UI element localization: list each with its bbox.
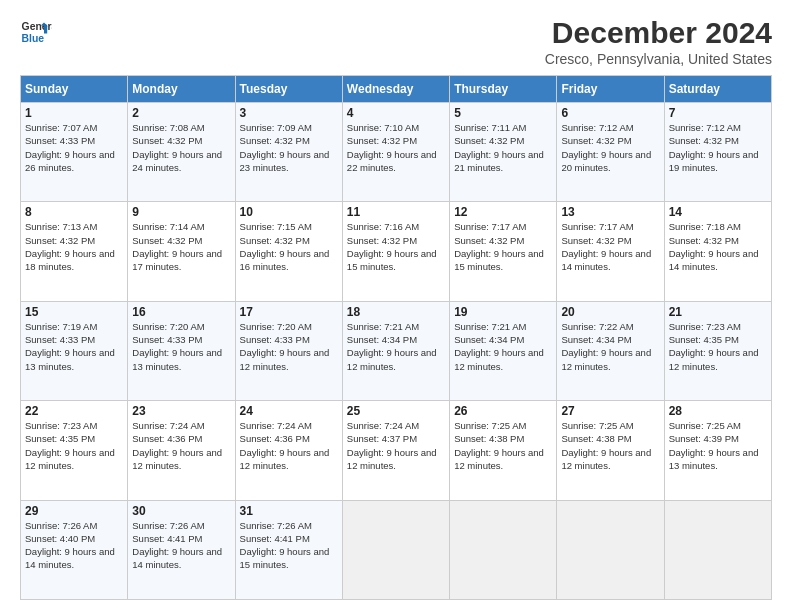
daylight-text: Daylight: 9 hours and 12 minutes. [240, 347, 330, 371]
day-info: Sunrise: 7:08 AMSunset: 4:32 PMDaylight:… [132, 121, 230, 174]
sunrise-text: Sunrise: 7:18 AM [669, 221, 741, 232]
day-number: 5 [454, 106, 552, 120]
sunrise-text: Sunrise: 7:11 AM [454, 122, 526, 133]
daylight-text: Daylight: 9 hours and 18 minutes. [25, 248, 115, 272]
daylight-text: Daylight: 9 hours and 24 minutes. [132, 149, 222, 173]
sunset-text: Sunset: 4:34 PM [454, 334, 524, 345]
day-number: 7 [669, 106, 767, 120]
sunset-text: Sunset: 4:32 PM [454, 135, 524, 146]
sunset-text: Sunset: 4:39 PM [669, 433, 739, 444]
calendar-cell: 8Sunrise: 7:13 AMSunset: 4:32 PMDaylight… [21, 202, 128, 301]
calendar-cell: 25Sunrise: 7:24 AMSunset: 4:37 PMDayligh… [342, 401, 449, 500]
daylight-text: Daylight: 9 hours and 12 minutes. [240, 447, 330, 471]
sunset-text: Sunset: 4:38 PM [454, 433, 524, 444]
week-row-1: 1Sunrise: 7:07 AMSunset: 4:33 PMDaylight… [21, 103, 772, 202]
sunset-text: Sunset: 4:33 PM [25, 334, 95, 345]
page: General Blue December 2024 Cresco, Penns… [0, 0, 792, 612]
day-number: 13 [561, 205, 659, 219]
sunset-text: Sunset: 4:32 PM [240, 135, 310, 146]
sunset-text: Sunset: 4:34 PM [561, 334, 631, 345]
col-thursday: Thursday [450, 76, 557, 103]
calendar-cell: 23Sunrise: 7:24 AMSunset: 4:36 PMDayligh… [128, 401, 235, 500]
sunrise-text: Sunrise: 7:13 AM [25, 221, 97, 232]
day-info: Sunrise: 7:25 AMSunset: 4:38 PMDaylight:… [454, 419, 552, 472]
daylight-text: Daylight: 9 hours and 20 minutes. [561, 149, 651, 173]
calendar-cell: 24Sunrise: 7:24 AMSunset: 4:36 PMDayligh… [235, 401, 342, 500]
sunrise-text: Sunrise: 7:12 AM [669, 122, 741, 133]
day-info: Sunrise: 7:26 AMSunset: 4:41 PMDaylight:… [132, 519, 230, 572]
main-title: December 2024 [545, 16, 772, 49]
day-info: Sunrise: 7:19 AMSunset: 4:33 PMDaylight:… [25, 320, 123, 373]
day-number: 14 [669, 205, 767, 219]
sunrise-text: Sunrise: 7:17 AM [561, 221, 633, 232]
sunrise-text: Sunrise: 7:24 AM [347, 420, 419, 431]
sunset-text: Sunset: 4:32 PM [454, 235, 524, 246]
sunrise-text: Sunrise: 7:24 AM [240, 420, 312, 431]
sunrise-text: Sunrise: 7:21 AM [347, 321, 419, 332]
col-monday: Monday [128, 76, 235, 103]
daylight-text: Daylight: 9 hours and 14 minutes. [669, 248, 759, 272]
calendar-cell: 10Sunrise: 7:15 AMSunset: 4:32 PMDayligh… [235, 202, 342, 301]
calendar-cell: 2Sunrise: 7:08 AMSunset: 4:32 PMDaylight… [128, 103, 235, 202]
sunset-text: Sunset: 4:32 PM [25, 235, 95, 246]
sunset-text: Sunset: 4:37 PM [347, 433, 417, 444]
sunset-text: Sunset: 4:36 PM [132, 433, 202, 444]
day-info: Sunrise: 7:23 AMSunset: 4:35 PMDaylight:… [25, 419, 123, 472]
calendar-cell: 3Sunrise: 7:09 AMSunset: 4:32 PMDaylight… [235, 103, 342, 202]
header: General Blue December 2024 Cresco, Penns… [20, 16, 772, 67]
day-number: 27 [561, 404, 659, 418]
sunset-text: Sunset: 4:32 PM [561, 235, 631, 246]
sunrise-text: Sunrise: 7:08 AM [132, 122, 204, 133]
week-row-2: 8Sunrise: 7:13 AMSunset: 4:32 PMDaylight… [21, 202, 772, 301]
sunset-text: Sunset: 4:38 PM [561, 433, 631, 444]
daylight-text: Daylight: 9 hours and 13 minutes. [25, 347, 115, 371]
day-info: Sunrise: 7:20 AMSunset: 4:33 PMDaylight:… [132, 320, 230, 373]
sunrise-text: Sunrise: 7:14 AM [132, 221, 204, 232]
col-wednesday: Wednesday [342, 76, 449, 103]
col-tuesday: Tuesday [235, 76, 342, 103]
day-number: 6 [561, 106, 659, 120]
day-info: Sunrise: 7:24 AMSunset: 4:37 PMDaylight:… [347, 419, 445, 472]
day-number: 3 [240, 106, 338, 120]
week-row-4: 22Sunrise: 7:23 AMSunset: 4:35 PMDayligh… [21, 401, 772, 500]
sunrise-text: Sunrise: 7:23 AM [25, 420, 97, 431]
day-number: 28 [669, 404, 767, 418]
day-number: 12 [454, 205, 552, 219]
day-number: 10 [240, 205, 338, 219]
day-number: 24 [240, 404, 338, 418]
day-number: 11 [347, 205, 445, 219]
sunset-text: Sunset: 4:32 PM [347, 235, 417, 246]
day-info: Sunrise: 7:20 AMSunset: 4:33 PMDaylight:… [240, 320, 338, 373]
daylight-text: Daylight: 9 hours and 13 minutes. [132, 347, 222, 371]
sunrise-text: Sunrise: 7:26 AM [25, 520, 97, 531]
sunset-text: Sunset: 4:32 PM [132, 235, 202, 246]
day-info: Sunrise: 7:13 AMSunset: 4:32 PMDaylight:… [25, 220, 123, 273]
sunset-text: Sunset: 4:32 PM [669, 135, 739, 146]
day-number: 23 [132, 404, 230, 418]
col-friday: Friday [557, 76, 664, 103]
daylight-text: Daylight: 9 hours and 14 minutes. [561, 248, 651, 272]
daylight-text: Daylight: 9 hours and 12 minutes. [347, 347, 437, 371]
day-info: Sunrise: 7:18 AMSunset: 4:32 PMDaylight:… [669, 220, 767, 273]
calendar-cell: 5Sunrise: 7:11 AMSunset: 4:32 PMDaylight… [450, 103, 557, 202]
sunset-text: Sunset: 4:35 PM [669, 334, 739, 345]
calendar-header-row: Sunday Monday Tuesday Wednesday Thursday… [21, 76, 772, 103]
day-info: Sunrise: 7:25 AMSunset: 4:39 PMDaylight:… [669, 419, 767, 472]
title-block: December 2024 Cresco, Pennsylvania, Unit… [545, 16, 772, 67]
day-number: 1 [25, 106, 123, 120]
sunset-text: Sunset: 4:34 PM [347, 334, 417, 345]
daylight-text: Daylight: 9 hours and 15 minutes. [240, 546, 330, 570]
calendar-cell: 19Sunrise: 7:21 AMSunset: 4:34 PMDayligh… [450, 301, 557, 400]
sunrise-text: Sunrise: 7:15 AM [240, 221, 312, 232]
calendar-cell: 9Sunrise: 7:14 AMSunset: 4:32 PMDaylight… [128, 202, 235, 301]
col-sunday: Sunday [21, 76, 128, 103]
sunrise-text: Sunrise: 7:25 AM [669, 420, 741, 431]
sunset-text: Sunset: 4:41 PM [132, 533, 202, 544]
calendar-cell [664, 500, 771, 599]
calendar-cell: 31Sunrise: 7:26 AMSunset: 4:41 PMDayligh… [235, 500, 342, 599]
week-row-3: 15Sunrise: 7:19 AMSunset: 4:33 PMDayligh… [21, 301, 772, 400]
calendar-cell: 4Sunrise: 7:10 AMSunset: 4:32 PMDaylight… [342, 103, 449, 202]
calendar-cell: 26Sunrise: 7:25 AMSunset: 4:38 PMDayligh… [450, 401, 557, 500]
day-number: 17 [240, 305, 338, 319]
calendar-cell: 27Sunrise: 7:25 AMSunset: 4:38 PMDayligh… [557, 401, 664, 500]
